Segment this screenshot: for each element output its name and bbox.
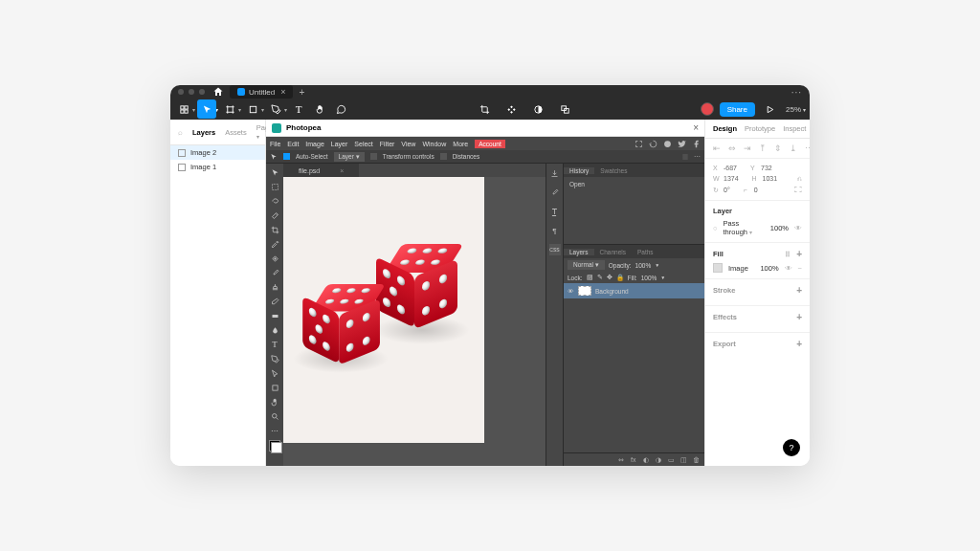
add-fill-icon[interactable]: +: [796, 249, 802, 259]
fill-options-icon[interactable]: ⠿: [785, 251, 791, 259]
heal-tool[interactable]: [268, 252, 281, 265]
document-tab[interactable]: file.psd×: [283, 164, 359, 178]
align-top-icon[interactable]: ⤒: [759, 143, 767, 153]
file-tab[interactable]: Untitled ×: [230, 85, 293, 99]
distances-checkbox[interactable]: [440, 153, 447, 160]
visibility-icon[interactable]: 👁: [568, 288, 574, 295]
menu-edit[interactable]: Edit: [287, 141, 299, 147]
facebook-icon[interactable]: [692, 140, 701, 148]
layer-row[interactable]: 👁 Background: [564, 283, 704, 298]
blend-mode-select[interactable]: Normal ▾: [568, 260, 605, 270]
crop-icon[interactable]: [476, 99, 495, 119]
corner-input[interactable]: 0: [754, 187, 758, 193]
layer-opacity-input[interactable]: 100%: [770, 224, 789, 232]
account-button[interactable]: Account: [475, 140, 505, 148]
mask-icon[interactable]: [529, 99, 548, 119]
close-tab-icon[interactable]: ×: [280, 87, 285, 97]
folder-icon[interactable]: ▭: [668, 456, 676, 464]
type-tool[interactable]: T: [268, 338, 281, 351]
move-tool[interactable]: [197, 99, 216, 119]
menu-more[interactable]: More: [453, 141, 468, 147]
comment-tool[interactable]: [331, 99, 350, 119]
rotation-input[interactable]: 0°: [724, 187, 730, 193]
zoom-dropdown[interactable]: 25%▾: [786, 105, 806, 114]
constrain-icon[interactable]: ⎌: [797, 174, 802, 183]
prototype-tab[interactable]: Prototype: [745, 124, 775, 133]
search-icon[interactable]: ⌕: [178, 128, 183, 137]
align-right-icon[interactable]: ⇥: [744, 143, 751, 153]
color-swatch[interactable]: [269, 440, 280, 452]
fullscreen-icon[interactable]: [635, 140, 643, 148]
channels-tab[interactable]: Channels: [594, 249, 632, 255]
shape-tool[interactable]: [268, 381, 281, 394]
menu-view[interactable]: View: [401, 141, 415, 147]
reddit-icon[interactable]: [663, 140, 672, 148]
character-panel-icon[interactable]: T̲: [549, 206, 561, 217]
link-icon[interactable]: ⇔: [618, 456, 626, 464]
auto-select-checkbox[interactable]: [283, 153, 290, 160]
css-panel-icon[interactable]: CSS: [549, 244, 561, 255]
photopea-canvas[interactable]: [283, 177, 546, 466]
fill-visibility-icon[interactable]: 👁: [785, 264, 792, 273]
lock-transparency-icon[interactable]: ▨: [587, 274, 593, 281]
new-layer-icon[interactable]: ◫: [680, 456, 688, 464]
inspect-tab[interactable]: Inspect: [783, 124, 806, 133]
pen-tool[interactable]: [268, 352, 281, 365]
home-icon[interactable]: [212, 86, 224, 98]
remove-fill-icon[interactable]: −: [798, 264, 802, 273]
layers-tab[interactable]: Layers: [564, 249, 594, 255]
gradient-tool[interactable]: [268, 309, 281, 322]
transform-checkbox[interactable]: [370, 153, 377, 160]
fill-swatch[interactable]: [713, 263, 723, 273]
layer-item[interactable]: Image 1: [170, 160, 265, 174]
x-input[interactable]: -687: [724, 165, 737, 171]
align-left-icon[interactable]: ⇤: [713, 143, 721, 153]
align-icon[interactable]: [681, 153, 689, 161]
paths-tab[interactable]: Paths: [632, 249, 659, 255]
window-controls[interactable]: [178, 89, 205, 95]
history-tab[interactable]: History: [564, 167, 594, 174]
boolean-icon[interactable]: [556, 99, 575, 119]
align-hcenter-icon[interactable]: ⇔: [728, 143, 736, 153]
align-bottom-icon[interactable]: ⤓: [790, 143, 797, 153]
hand-tool[interactable]: [310, 99, 329, 119]
twitter-icon[interactable]: [678, 140, 686, 148]
fill-opacity-input[interactable]: 100%: [760, 264, 778, 273]
help-button[interactable]: ?: [783, 439, 800, 456]
menu-select[interactable]: Select: [354, 141, 372, 147]
brush-panel-icon[interactable]: [549, 187, 561, 198]
menu-image[interactable]: Image: [305, 141, 323, 147]
h-input[interactable]: 1031: [763, 175, 778, 182]
pass-through-select[interactable]: Pass through ▾: [724, 219, 765, 236]
hand-tool[interactable]: [268, 395, 281, 408]
eraser-tool[interactable]: [268, 295, 281, 308]
assets-tab[interactable]: Assets: [225, 128, 247, 137]
stamp-tool[interactable]: [268, 280, 281, 294]
move-tool[interactable]: [268, 165, 281, 179]
add-stroke-icon[interactable]: +: [796, 285, 802, 296]
download-icon[interactable]: [549, 167, 561, 179]
lasso-tool[interactable]: [268, 194, 281, 208]
adjustment-icon[interactable]: ◑: [656, 456, 663, 464]
select-tool[interactable]: [268, 180, 281, 193]
brush-tool[interactable]: [268, 266, 281, 279]
more-tools-icon[interactable]: ⋯: [268, 424, 281, 437]
mask-icon[interactable]: ◐: [643, 456, 651, 464]
add-effect-icon[interactable]: +: [796, 312, 802, 322]
fill-value[interactable]: 100%: [641, 275, 657, 281]
layer-item[interactable]: Image 2: [170, 145, 265, 160]
more-options-icon[interactable]: ⋯: [694, 153, 701, 161]
add-export-icon[interactable]: +: [796, 339, 802, 349]
new-tab-button[interactable]: +: [299, 87, 304, 98]
lock-paint-icon[interactable]: ✎: [597, 274, 603, 281]
corner-detail-icon[interactable]: ⛶: [794, 186, 802, 194]
lock-move-icon[interactable]: ✥: [607, 274, 612, 281]
frame-tool[interactable]: [220, 99, 239, 119]
undo-icon[interactable]: [649, 140, 657, 148]
component-icon[interactable]: [502, 99, 522, 119]
menu-filter[interactable]: Filter: [380, 141, 395, 147]
layer-select[interactable]: Layer ▾: [334, 152, 365, 162]
paragraph-panel-icon[interactable]: ¶: [549, 225, 561, 236]
blur-tool[interactable]: [268, 323, 281, 337]
layers-tab[interactable]: Layers: [192, 128, 215, 137]
